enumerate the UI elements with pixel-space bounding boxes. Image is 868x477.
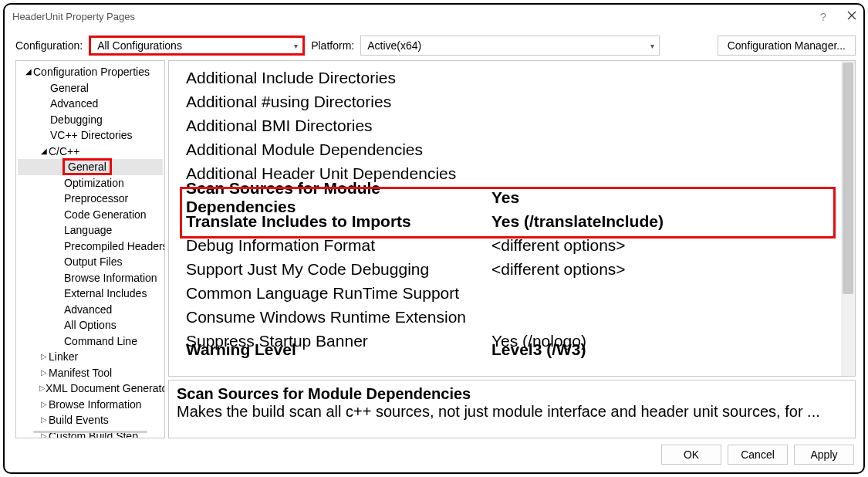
tree-scrollbar[interactable] xyxy=(33,431,147,433)
property-name: Support Just My Code Debugging xyxy=(186,260,491,279)
expand-icon[interactable]: ▷ xyxy=(39,381,46,397)
grid-scrollbar[interactable] xyxy=(841,61,855,376)
configuration-label: Configuration: xyxy=(15,39,83,52)
tree-item-manifest[interactable]: ▷Manifest Tool xyxy=(18,365,163,381)
description-text: Makes the build scan all c++ sources, no… xyxy=(177,403,847,421)
property-value[interactable]: Level3 (/W3) xyxy=(491,343,855,359)
tree-label: Configuration Properties xyxy=(33,64,150,80)
tree-item-xmldoc[interactable]: ▷XML Document Generator xyxy=(18,381,163,397)
ok-button[interactable]: OK xyxy=(661,445,721,465)
property-value[interactable]: Yes (/translateInclude) xyxy=(491,212,855,231)
property-name: Debug Information Format xyxy=(186,236,491,255)
property-name: Common Language RunTime Support xyxy=(186,284,491,303)
property-row[interactable]: Common Language RunTime Support xyxy=(169,281,855,305)
configuration-value: All Configurations xyxy=(97,39,182,52)
tree-item-advanced[interactable]: Advanced xyxy=(18,96,163,112)
help-icon[interactable]: ? xyxy=(820,10,826,23)
platform-dropdown[interactable]: Active(x64) ▾ xyxy=(360,36,660,56)
close-icon[interactable] xyxy=(846,10,857,23)
property-name: Additional Module Dependencies xyxy=(186,140,491,159)
titlebar: HeaderUnit Property Pages ? xyxy=(5,5,863,28)
tree-item-custom-build[interactable]: ▷Custom Build Step xyxy=(18,428,163,439)
property-name: Consume Windows Runtime Extension xyxy=(186,308,491,326)
description-title: Scan Sources for Module Dependencies xyxy=(177,385,847,403)
expand-icon[interactable]: ▷ xyxy=(39,397,49,413)
scrollbar-thumb[interactable] xyxy=(843,63,853,294)
property-name: Additional BMI Directories xyxy=(186,117,491,135)
platform-value: Active(x64) xyxy=(367,39,421,52)
tree-item-debugging[interactable]: Debugging xyxy=(18,112,163,128)
collapse-icon[interactable]: ◢ xyxy=(39,144,49,160)
tree-item-preprocessor[interactable]: Preprocessor xyxy=(18,191,163,207)
property-row[interactable]: Additional BMI Directories xyxy=(169,113,855,137)
tree-item-output-files[interactable]: Output Files xyxy=(18,254,163,270)
property-row[interactable]: Additional Include Directories xyxy=(169,66,855,90)
window-title: HeaderUnit Property Pages xyxy=(12,11,135,22)
property-name: Additional #using Directories xyxy=(186,93,491,111)
tree-panel: ◢ Configuration Properties General Advan… xyxy=(15,60,165,438)
body: ◢ Configuration Properties General Advan… xyxy=(5,60,863,438)
property-name: Warning Level xyxy=(186,343,491,359)
property-pages-window: HeaderUnit Property Pages ? Configuratio… xyxy=(3,3,865,474)
tree-item-ccpp[interactable]: ◢ C/C++ xyxy=(18,144,163,160)
tree-item-browse-info[interactable]: Browse Information xyxy=(18,270,163,286)
configuration-dropdown[interactable]: All Configurations ▾ xyxy=(89,36,305,56)
collapse-icon[interactable]: ◢ xyxy=(24,64,33,80)
expand-icon[interactable]: ▷ xyxy=(39,412,49,428)
property-value[interactable]: <different options> xyxy=(491,236,855,255)
tree-item-vcpp-dirs[interactable]: VC++ Directories xyxy=(18,127,163,144)
property-row[interactable]: Additional #using Directories xyxy=(169,90,855,113)
property-row[interactable]: Warning LevelLevel3 (/W3) xyxy=(169,343,855,359)
tree-item-language[interactable]: Language xyxy=(18,222,163,238)
tree-item-code-generation[interactable]: Code Generation xyxy=(18,207,163,223)
property-name: Scan Sources for Module Dependencies xyxy=(186,179,491,216)
tree-item-external-inc[interactable]: External Includes xyxy=(18,286,163,302)
tree-item-command-line[interactable]: Command Line xyxy=(18,333,163,350)
property-row[interactable]: Support Just My Code Debugging<different… xyxy=(169,257,855,281)
property-name: Translate Includes to Imports xyxy=(186,212,491,231)
tree-item-general[interactable]: General xyxy=(18,80,163,96)
tree-item-advanced2[interactable]: Advanced xyxy=(18,302,163,318)
tree-root[interactable]: ◢ Configuration Properties xyxy=(18,64,163,80)
platform-label: Platform: xyxy=(311,39,354,52)
property-row[interactable]: Scan Sources for Module DependenciesYes xyxy=(169,185,855,209)
expand-icon[interactable]: ▷ xyxy=(39,349,49,365)
chevron-down-icon: ▾ xyxy=(650,42,654,50)
tree-item-browse[interactable]: ▷Browse Information xyxy=(18,397,163,413)
property-row[interactable]: Additional Module Dependencies xyxy=(169,137,855,161)
property-value[interactable]: <different options> xyxy=(491,260,855,279)
footer: OK Cancel Apply xyxy=(5,438,863,472)
tree-item-all-options[interactable]: All Options xyxy=(18,317,163,333)
property-grid: Additional Include DirectoriesAdditional… xyxy=(168,60,856,377)
property-row[interactable]: Translate Includes to ImportsYes (/trans… xyxy=(169,209,855,233)
configuration-manager-button[interactable]: Configuration Manager... xyxy=(718,36,856,56)
tree-item-linker[interactable]: ▷Linker xyxy=(18,349,163,365)
expand-icon[interactable]: ▷ xyxy=(39,428,49,439)
cancel-button[interactable]: Cancel xyxy=(728,445,788,465)
property-name: Additional Include Directories xyxy=(186,69,491,87)
grid-wrap: Additional Include DirectoriesAdditional… xyxy=(168,60,856,438)
description-panel: Scan Sources for Module Dependencies Mak… xyxy=(168,380,856,438)
property-row[interactable]: Consume Windows Runtime Extension xyxy=(169,305,855,329)
toolbar: Configuration: All Configurations ▾ Plat… xyxy=(5,28,863,60)
tree-item-ccpp-general[interactable]: General xyxy=(18,159,163,175)
property-row[interactable]: Debug Information Format<different optio… xyxy=(169,233,855,257)
apply-button[interactable]: Apply xyxy=(794,445,854,465)
tree-item-build-events[interactable]: ▷Build Events xyxy=(18,412,163,428)
tree-item-precompiled[interactable]: Precompiled Headers xyxy=(18,238,163,255)
chevron-down-icon: ▾ xyxy=(294,42,298,50)
tree-item-optimization[interactable]: Optimization xyxy=(18,175,163,191)
expand-icon[interactable]: ▷ xyxy=(39,365,49,381)
tree-label: C/C++ xyxy=(49,144,79,160)
property-value[interactable]: Yes xyxy=(491,188,855,207)
